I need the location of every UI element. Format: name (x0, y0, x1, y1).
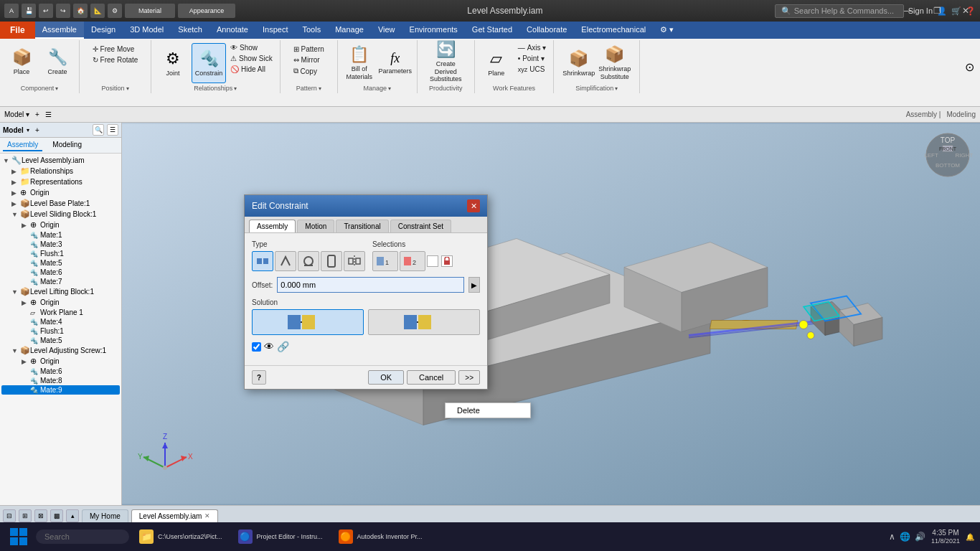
menu-design[interactable]: Design (84, 22, 123, 39)
sub-ribbon-hamburger[interactable]: ☰ (45, 110, 52, 118)
parameters-button[interactable]: fx Parameters (378, 43, 413, 83)
tree-origin[interactable]: ▶ ⊕ Origin (1, 187, 120, 198)
start-button[interactable] (6, 524, 32, 550)
tree-mate8[interactable]: 🔩 Mate:8 (1, 376, 120, 385)
tab-icon-2[interactable]: ⊞ (19, 509, 32, 522)
quick-access-2[interactable]: ↩ (39, 4, 53, 18)
tree-adj-screw[interactable]: ▼ 📦 Level Adjusting Screw:1 (1, 345, 120, 356)
menu-electromechanical[interactable]: Electromechanical (574, 22, 653, 39)
browser-tab-modeling[interactable]: Modeling (48, 139, 86, 151)
shrinkwrap-sub-button[interactable]: 📦 ShrinkwrapSubstitute (598, 43, 632, 83)
tree-base-plate[interactable]: ▶ 📦 Level Base Plate:1 (1, 198, 120, 209)
constraint-checkbox[interactable] (252, 342, 261, 352)
as-origin-expand[interactable]: ▶ (22, 358, 30, 365)
taskbar-project-editor[interactable]: 🔵 Project Editor - Instru... (232, 524, 329, 549)
dialog-help-button[interactable]: ? (252, 370, 266, 385)
selection2-button[interactable]: 2 (400, 251, 425, 271)
create-button[interactable]: 🔧 Create (40, 42, 75, 82)
show-sick-button[interactable]: ⚠ Show Sick (227, 54, 275, 63)
quick-access-3[interactable]: ↪ (56, 4, 70, 18)
constrain-button[interactable]: 🔩 Constrain (192, 43, 226, 83)
menu-environments[interactable]: Environments (402, 22, 465, 39)
bom-button[interactable]: 📋 Bill ofMaterials (342, 43, 377, 83)
menu-tools[interactable]: Tools (295, 22, 328, 39)
menu-assemble[interactable]: Assemble (35, 22, 84, 39)
simplification-footer[interactable]: Simplification ▾ (575, 85, 618, 93)
selection-lock-button[interactable] (441, 255, 453, 267)
type-insert-button[interactable] (321, 251, 342, 271)
browser-plus[interactable]: + (35, 126, 39, 134)
tree-flush1b[interactable]: 🔩 Flush:1 (1, 326, 120, 336)
tree-root[interactable]: ▼ 🔧 Level Assembly.iam (1, 155, 120, 166)
tree-representations[interactable]: ▶ 📁 Representations (1, 176, 120, 187)
tree-flush1[interactable]: 🔩 Flush:1 (1, 249, 120, 258)
material-selector[interactable]: Material (125, 4, 175, 18)
tree-relationships[interactable]: ▶ 📁 Relationships (1, 166, 120, 176)
free-rotate-button[interactable]: ↻ Free Rotate (90, 55, 141, 65)
type-mate-button[interactable] (252, 251, 273, 271)
sub-ribbon-plus[interactable]: + (35, 110, 39, 118)
selection-checkbox[interactable] (427, 255, 438, 267)
menu-inspect[interactable]: Inspect (255, 22, 295, 39)
dialog-ok-button[interactable]: OK (368, 370, 404, 385)
quick-access-5[interactable]: 📐 (90, 4, 105, 18)
search-bar[interactable]: 🔍 Search Help & Commands... (775, 4, 904, 18)
menu-3dmodel[interactable]: 3D Model (123, 22, 171, 39)
tree-as-origin[interactable]: ▶ ⊕ Origin (1, 356, 120, 367)
tree-sliding-block[interactable]: ▼ 📦 Level Sliding Block:1 (1, 209, 120, 220)
menu-collaborate[interactable]: Collaborate (519, 22, 574, 39)
tab-icon-3[interactable]: ⊠ (34, 509, 47, 522)
appearance-selector[interactable]: Appearance (178, 4, 235, 18)
pattern-button[interactable]: ⊞ Pattern (291, 44, 327, 54)
adj-screw-expand[interactable]: ▼ (11, 347, 20, 354)
copy-button[interactable]: ⧉ Copy (291, 66, 327, 76)
tab-close-icon[interactable]: ✕ (204, 512, 210, 519)
tray-up-icon[interactable]: ∧ (889, 532, 895, 542)
type-tangent-button[interactable] (298, 251, 319, 271)
relationships-expand[interactable]: ▶ (11, 168, 20, 175)
manage-footer[interactable]: Manage ▾ (363, 85, 391, 93)
taskbar-inventor[interactable]: 🟠 Autodesk Inventor Pr... (333, 524, 428, 549)
view-compass[interactable]: TOP BOTTOM LEFT RIGHT FRONT (923, 130, 966, 173)
volume-icon[interactable]: 🔊 (915, 532, 925, 542)
lb-origin-expand[interactable]: ▶ (22, 299, 30, 306)
tab-icon-4[interactable]: ▩ (50, 509, 63, 522)
tree-mate6[interactable]: 🔩 Mate:6 (1, 268, 120, 277)
axis-button[interactable]: — Axis ▾ (515, 43, 550, 52)
dialog-tab-assembly[interactable]: Assembly (249, 220, 296, 232)
browser-tab-assembly[interactable]: Assembly (3, 139, 42, 151)
taskbar-file-explorer[interactable]: 📁 C:\Users\ortiza2\Pict... (133, 524, 228, 549)
ucs-button[interactable]: xyz UCS (515, 65, 550, 74)
restore-button[interactable]: ❐ (923, 0, 951, 22)
relationships-footer[interactable]: Relationships ▾ (194, 85, 237, 93)
plane-button[interactable]: ▱ Plane (479, 43, 514, 83)
dialog-title-bar[interactable]: Edit Constraint ✕ (245, 195, 487, 217)
model-dropdown[interactable]: Model ▾ (4, 110, 29, 118)
context-delete[interactable]: Delete (446, 403, 530, 418)
tree-mate6b[interactable]: 🔩 Mate:6 (1, 367, 120, 376)
tree-lb-origin[interactable]: ▶ ⊕ Origin (1, 297, 120, 308)
origin-expand[interactable]: ▶ (11, 189, 20, 197)
tree-mate5b[interactable]: 🔩 Mate:5 (1, 336, 120, 345)
free-move-button[interactable]: ✛ Free Move (90, 44, 141, 54)
file-menu[interactable]: File (0, 22, 35, 39)
browser-menu-icon[interactable]: ☰ (107, 124, 118, 136)
tab-icon-1[interactable]: ⊟ (3, 509, 16, 522)
sb-origin-expand[interactable]: ▶ (22, 222, 30, 229)
tree-work-plane1[interactable]: ▱ Work Plane 1 (1, 308, 120, 317)
tree-mate7[interactable]: 🔩 Mate:7 (1, 277, 120, 286)
offset-input[interactable] (277, 277, 464, 293)
dialog-tab-constraintset[interactable]: Constraint Set (390, 220, 451, 232)
type-sym-button[interactable] (344, 251, 365, 271)
close-button[interactable]: ✕ (951, 0, 980, 22)
dialog-cancel-button[interactable]: Cancel (407, 370, 456, 385)
clock[interactable]: 4:35 PM 11/8/2021 (931, 528, 960, 546)
solution-1-button[interactable] (252, 309, 364, 335)
representations-expand[interactable]: ▶ (11, 179, 20, 186)
menu-sketch[interactable]: Sketch (171, 22, 209, 39)
browser-search-icon[interactable]: 🔍 (93, 124, 104, 136)
type-angle-button[interactable] (275, 251, 296, 271)
tree-mate1[interactable]: 🔩 Mate:1 (1, 230, 120, 240)
tree-mate4[interactable]: 🔩 Mate:4 (1, 317, 120, 326)
tree-mate3[interactable]: 🔩 Mate:3 (1, 240, 120, 249)
